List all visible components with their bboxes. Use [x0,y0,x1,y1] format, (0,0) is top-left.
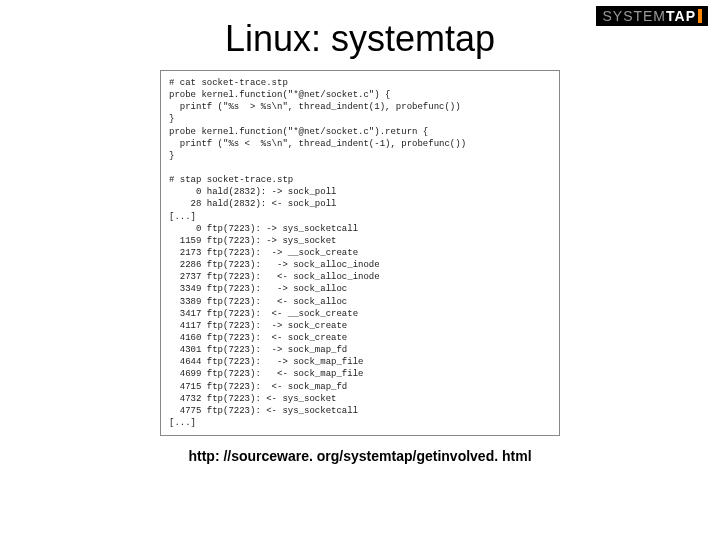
logo-tap-text: TAP [666,8,696,24]
source-url: http: //sourceware. org/systemtap/getinv… [0,448,720,464]
code-sample: # cat socket-trace.stp probe kernel.func… [160,70,560,436]
logo-system-text: SYSTEM [602,8,666,24]
logo-accent [698,9,702,23]
systemtap-logo: SYSTEMTAP [596,6,708,26]
